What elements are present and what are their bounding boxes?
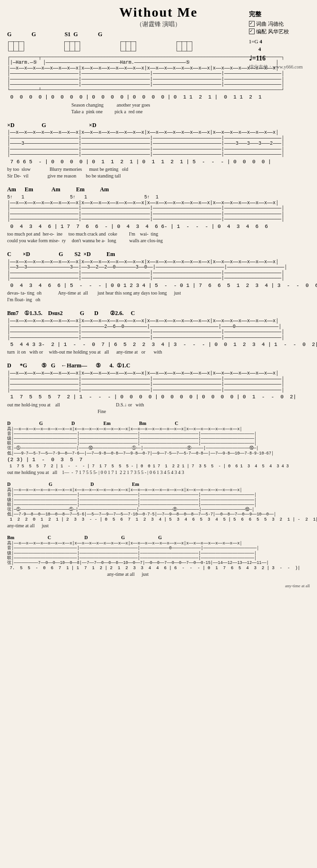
time-sig-display: 4 (258, 46, 261, 52)
numbers-9: 7. 5 5 - 0 6 7 1 | 1 7 1 2 | 2 1 2 3 3 4… (7, 566, 310, 571)
checkbox-icon-2 (249, 29, 255, 34)
tab-system-5: │——x——x——x——x——x——x——x——x|x——x——x——x——x—… (7, 318, 310, 340)
system-7: DGDEmBmC 高│——x——x——x——x——x——x——x——x|x——x… (7, 421, 310, 476)
numbers-7: (2 3) | 1 - 0 3 5 7 (7, 456, 310, 464)
system-2: ×D G ×D │——x——x——x——x——x——x——x——x|x——x——… (7, 121, 310, 180)
checkbox-icon-1 (249, 21, 255, 27)
system-8: DGDEm 高│——x——x——x——x——x——x——x——x|x——x——x… (7, 482, 310, 529)
lyrics-6: out me hold-ing you at all D.S.↓ or with… (7, 402, 310, 415)
numbers-1: 0 0 0 0 | 0 0 0 0 | 0 0 0 0 | 0 0 0 0 | … (7, 94, 310, 101)
numbers-6: 1 7 5 5 5 7 2 | 1 - - - | 0 0 0 0 | 0 0 … (7, 394, 310, 401)
key-display: 1=G 4 (249, 39, 262, 44)
arrange-row: 编配 风华艺校 (249, 28, 303, 36)
chords-2: ×D G ×D (7, 121, 310, 129)
system-4: C ×D G S2 ×D Em │——x——x——x——x——x——x——x——… (7, 250, 310, 303)
chord-diagram-g3: ┌─┬─┬─┐ │ │ │ │ └─┴─┴─┘ (119, 39, 138, 54)
chords-8: DGDEm (7, 482, 310, 487)
lyric-label: 词曲 冯德伦 (256, 20, 284, 28)
lyric-row: 词曲 冯德伦 (249, 20, 303, 28)
lyrics-4: devas- ta- ting oh Any-time at all just … (7, 290, 310, 303)
chords-5: Bm7 ①1.3.5. Dsus2 G D ②2.6. C (7, 309, 310, 317)
tab-system-4: │——x——x——x——x——x——x——x——x|x——x——x——x——x—… (7, 259, 310, 281)
chord-diagram-g2: ┌─┬─┬─┐ │ │ │ │ └─┴─┴─┘ (63, 39, 81, 54)
complete-label: 完整 (249, 10, 303, 19)
lyrics-7: out me holding you at all 1— - 7 1 7 5 5… (7, 469, 310, 476)
chords-4: C ×D G S2 ×D Em (7, 250, 310, 258)
chords-7: DGDEmBmC (7, 421, 310, 426)
tab-system-9-6string: 高│——x——x——x——x——x——x——x——x|x——x——x——x——x… (7, 541, 310, 565)
numbers-3: 0 4 3 4 6 | 1 7 7 6 6 - | 0 4 3 4 6 6- |… (7, 223, 310, 230)
lyrics-5: turn it on with or with-out me holding y… (7, 349, 310, 355)
numbers-8: 1 2 2 0 1 2 1 | 2 3 3 - - | 0 5 6 7 1 2 … (7, 517, 310, 522)
lyrics-8: any-time at all just (7, 523, 310, 529)
footer-note: any-time at all (7, 583, 310, 588)
numbers-2: 7 6 6 5 - | 0 0 0 0 | 0 1 1 2 1 | 0 1 1 … (7, 158, 310, 166)
chords-3: Am Em Am Em Am (7, 186, 310, 194)
tab-system-3: 5↑ 1 5↑ 1 5↑ 1 │——x——x——x——x——x——x——x——x… (7, 195, 310, 222)
full-sheet: G G S1 G G ┌─┬─┬─┐ │ │ │ │ └─┴─┴─┘ ┌─┬─┬… (7, 30, 310, 588)
info-block: 完整 词曲 冯德伦 编配 风华艺校 1=G 4 4 ♩=116 综分吉他：www… (249, 10, 303, 70)
key-info: 1=G 4 4 (249, 38, 303, 53)
chord-diagram-g4: ┌─┬─┬─┐ │ │ │ │ └─┴─┴─┘ (175, 39, 193, 54)
numbers-4: 0 4 3 4 6 6 | 5 - - - | 0 0 1 2 3 4 | 5 … (7, 282, 310, 289)
chords-6: D *G ⑤ G ←Harm— ⑤ 4. ①1.C (7, 362, 310, 370)
system-6: D *G ⑤ G ←Harm— ⑤ 4. ①1.C │——x——x——x——x—… (7, 362, 310, 414)
system-3: Am Em Am Em Am 5↑ 1 5↑ 1 5↑ 1 │——x——x——x… (7, 186, 310, 244)
website-display: 综分吉他：www.y666.com (249, 63, 303, 70)
lyrics-9: any-time at all just (7, 571, 310, 578)
tab-system-8-6string: 高│——x——x——x——x——x——x——x——x|x——x——x——x——x… (7, 488, 310, 517)
tab-system-7-6string: 高│——x——x——x——x——x——x——x——x|x——x——x——x——x… (7, 427, 310, 456)
system-5: Bm7 ①1.3.5. Dsus2 G D ②2.6. C │——x——x——x… (7, 309, 310, 355)
tab-system-6: │——x——x——x——x——x——x——x——x|x——x——x——x——x—… (7, 371, 310, 393)
numbers-5: 5 4 4 3 3- 2 | 1 - - 0 7 | 6 5 2 2 3 4 |… (7, 341, 310, 348)
lyrics-1: Season changing another year goes Take a… (7, 102, 310, 115)
numbers-7b: 1 7 5 5 5 7 2 | 1 - - - | 7 1 7 5 5 5 - … (7, 464, 310, 469)
main-content: Without Me （谢霆锋 演唱） 完整 词曲 冯德伦 编配 风华艺校 1=… (7, 5, 310, 588)
lyrics-3: too much pot and her-o- ine too much cra… (7, 231, 310, 244)
chord-diagram-g1: ┌─┬─┬─┐ │ │ │ │ └─┴─┴─┘ (7, 39, 25, 54)
lyrics-2: by too slow Blurry memories must be gett… (7, 166, 310, 179)
system-9: BmCDGG 高│——x——x——x——x——x——x——x——x|x——x——… (7, 535, 310, 578)
tab-system-2: │——x——x——x——x——x——x——x——x|x——x——x——x——x—… (7, 130, 310, 158)
tempo-display: ♩=116 (249, 53, 303, 63)
chords-9: BmCDGG (7, 535, 310, 540)
page: Without Me （谢霆锋 演唱） 完整 词曲 冯德伦 编配 风华艺校 1=… (0, 0, 317, 593)
arrange-label: 编配 风华艺校 (256, 28, 289, 36)
